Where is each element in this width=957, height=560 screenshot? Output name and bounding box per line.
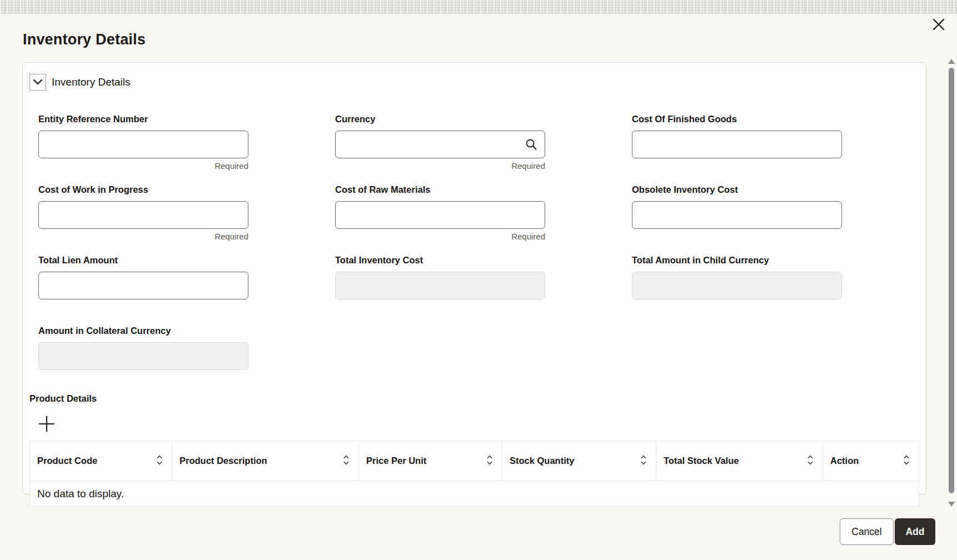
field-label: Entity Reference Number (38, 114, 248, 124)
required-hint (632, 161, 842, 171)
required-hint: Required (335, 161, 545, 171)
required-hint: Required (335, 232, 545, 242)
sort-icon (343, 454, 350, 468)
total-lien-amount-input[interactable] (38, 272, 248, 299)
amount-in-collateral-currency-input (38, 342, 248, 370)
column-label: Total Stock Value (664, 456, 739, 466)
field-total-inventory-cost: Total Inventory Cost (335, 255, 545, 312)
field-cost-of-raw-materials: Cost of Raw Materials Required (335, 184, 545, 242)
modal-title: Inventory Details (23, 31, 146, 48)
vertical-scrollbar[interactable] (948, 59, 955, 507)
field-label: Cost of Work in Progress (38, 184, 248, 195)
product-details-table: Product Code Product Description Price P… (29, 441, 919, 507)
plus-icon (38, 415, 56, 434)
field-label: Total Lien Amount (38, 255, 248, 266)
field-obsolete-inventory-cost: Obsolete Inventory Cost (632, 184, 842, 242)
field-label: Cost of Raw Materials (335, 184, 545, 195)
column-header-product-description[interactable]: Product Description (172, 441, 359, 481)
cancel-button[interactable]: Cancel (840, 518, 894, 545)
chevron-down-icon (33, 78, 43, 87)
search-icon[interactable] (525, 138, 538, 151)
required-hint: Required (38, 232, 248, 242)
section-title: Inventory Details (52, 76, 131, 88)
scroll-up-arrow-icon[interactable] (948, 59, 955, 64)
cost-of-work-in-progress-input[interactable] (38, 201, 248, 229)
field-label: Obsolete Inventory Cost (632, 184, 842, 195)
field-label: Total Inventory Cost (335, 255, 545, 266)
product-details-title: Product Details (29, 393, 919, 404)
field-cost-of-work-in-progress: Cost of Work in Progress Required (38, 184, 248, 242)
required-hint (38, 302, 248, 312)
column-header-total-stock-value[interactable]: Total Stock Value (656, 441, 823, 481)
close-button[interactable] (930, 17, 947, 33)
inventory-details-panel: Inventory Details Entity Reference Numbe… (22, 62, 926, 494)
sort-icon (903, 454, 910, 468)
section-header: Inventory Details (29, 74, 919, 91)
empty-message: No data to display. (37, 488, 124, 500)
column-header-product-code[interactable]: Product Code (30, 441, 172, 481)
column-label: Product Code (37, 456, 97, 466)
sort-icon (156, 454, 163, 468)
column-label: Action (830, 456, 859, 466)
field-label: Currency (335, 114, 545, 124)
add-button[interactable]: Add (895, 518, 935, 545)
total-amount-in-child-currency-input (632, 272, 842, 299)
obsolete-inventory-cost-input[interactable] (632, 201, 842, 229)
required-hint (632, 232, 842, 242)
field-currency: Currency Required (335, 114, 545, 171)
x-icon (932, 18, 945, 33)
column-label: Stock Quantity (510, 456, 574, 466)
sort-icon (807, 454, 814, 468)
add-product-row-button[interactable] (37, 415, 56, 434)
field-label: Cost Of Finished Goods (632, 114, 842, 124)
required-hint (335, 302, 545, 312)
required-hint (632, 302, 842, 312)
table-empty-row: No data to display. (29, 481, 919, 507)
page-background-strip (0, 0, 957, 14)
footer-actions: Cancel Add (840, 518, 935, 545)
required-hint: Required (38, 161, 248, 171)
cost-of-raw-materials-input[interactable] (335, 201, 545, 229)
field-label: Amount in Collateral Currency (38, 326, 248, 336)
column-header-action[interactable]: Action (823, 441, 919, 481)
entity-reference-number-input[interactable] (38, 131, 248, 158)
column-label: Product Description (180, 456, 267, 466)
section-collapse-button[interactable] (29, 74, 46, 91)
field-total-lien-amount: Total Lien Amount (38, 255, 248, 312)
scroll-down-arrow-icon[interactable] (948, 502, 955, 507)
total-inventory-cost-input (335, 272, 545, 299)
column-header-price-per-unit[interactable]: Price Per Unit (359, 441, 502, 481)
column-label: Price Per Unit (366, 456, 426, 466)
field-label: Total Amount in Child Currency (632, 255, 842, 266)
inventory-form: Entity Reference Number Required Currenc… (38, 114, 919, 383)
sort-icon (640, 454, 647, 468)
sort-icon (486, 454, 493, 468)
table-header-row: Product Code Product Description Price P… (29, 441, 919, 481)
cost-of-finished-goods-input[interactable] (632, 131, 842, 158)
field-entity-reference-number: Entity Reference Number Required (38, 114, 248, 171)
field-cost-of-finished-goods: Cost Of Finished Goods (632, 114, 842, 171)
currency-input[interactable] (335, 131, 545, 158)
required-hint (38, 373, 248, 383)
scrollbar-thumb[interactable] (949, 68, 954, 493)
field-amount-in-collateral-currency: Amount in Collateral Currency (38, 326, 248, 383)
column-header-stock-quantity[interactable]: Stock Quantity (502, 441, 656, 481)
field-total-amount-in-child-currency: Total Amount in Child Currency (632, 255, 842, 312)
